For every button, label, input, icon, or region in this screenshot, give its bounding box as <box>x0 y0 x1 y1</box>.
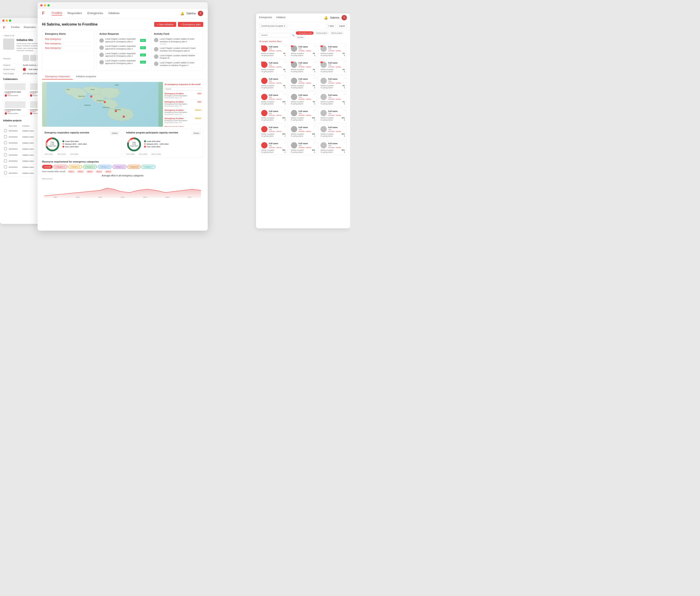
programs-filter[interactable]: Global <box>192 132 201 135</box>
main-tl-maximize[interactable] <box>47 4 50 6</box>
person-name-0: Full name <box>269 46 282 48</box>
main-bell-icon[interactable]: 🔔 <box>180 11 184 15</box>
alert-2[interactable]: New emergency <box>45 42 91 46</box>
skill-4: Skill 4 <box>95 170 103 173</box>
tl-close[interactable] <box>2 20 4 22</box>
row-checkbox-6[interactable] <box>4 166 7 168</box>
person-title-15: Title <box>269 128 282 130</box>
chip-cat6[interactable]: Category6 <box>127 165 141 169</box>
chip-cat5[interactable]: Category 5 <box>112 165 126 169</box>
tab-initiative-programs[interactable]: Initiative programs <box>73 74 99 79</box>
main-tl-close[interactable] <box>40 4 43 6</box>
person-more-3[interactable]: ··· <box>284 61 286 64</box>
main-user-avatar[interactable]: S <box>198 11 203 16</box>
right-nav-initiatives[interactable]: Initiatives <box>276 16 286 19</box>
left-nav-responders[interactable]: Responders <box>24 26 36 29</box>
right-import-button[interactable]: Import <box>337 24 347 28</box>
person-more-1[interactable]: ··· <box>314 45 315 47</box>
projects-val-14: 1 <box>344 119 345 121</box>
person-title-10: Title <box>299 96 311 98</box>
tab-emergency-responses[interactable]: Emergency responses <box>42 74 73 79</box>
rfc-create-project[interactable]: Create project <box>314 31 329 35</box>
legend-under80-label: Under 80% effort <box>65 140 79 142</box>
chip-cat1[interactable]: Category 1 <box>53 165 67 169</box>
row-checkbox-5[interactable] <box>4 159 7 162</box>
tl-maximize[interactable] <box>9 20 11 22</box>
right-bell-icon[interactable]: 🔔 <box>324 16 328 20</box>
person-more-4[interactable]: ··· <box>314 61 315 64</box>
alert-1[interactable]: New emergency <box>45 37 91 42</box>
chip-overall[interactable]: Overall <box>42 165 53 169</box>
person-stats-12: Weekly occupation 20% <box>261 117 286 119</box>
rfc-add-project[interactable]: Add to project <box>330 31 344 35</box>
map-svg <box>42 82 163 127</box>
row-checkbox-1[interactable] <box>4 135 7 138</box>
person-more-11[interactable]: ··· <box>343 93 345 96</box>
chip-cat3[interactable]: Category 3 <box>83 165 97 169</box>
sort-dropdown[interactable]: Sorted by least occupied ▾ <box>259 24 287 28</box>
person-more-16[interactable]: ··· <box>314 126 315 128</box>
left-nav-frontline[interactable]: Frontline <box>11 26 20 29</box>
occupation-val-16: 20% <box>312 133 315 135</box>
programs-chart-title: Initiative program participants capacity… <box>126 131 178 134</box>
rfc-archive[interactable]: Archive <box>296 35 305 39</box>
alert-3[interactable]: New emergency <box>45 46 91 50</box>
chip-cat2[interactable]: Category 2 <box>68 165 82 169</box>
person-more-20[interactable]: ··· <box>343 142 345 144</box>
chip-cat7[interactable]: Category 7 <box>141 165 155 169</box>
rfc-emergency-plan[interactable]: + Emergency plan <box>296 31 313 35</box>
row-checkbox-2[interactable] <box>4 141 7 144</box>
tl-minimize[interactable] <box>6 20 8 22</box>
responders-filter[interactable]: Global <box>110 132 119 135</box>
main-nav-initiatives[interactable]: Initiatives <box>108 11 120 15</box>
person-more-18[interactable]: ··· <box>284 142 286 144</box>
person-header-4: Full name Title Australia - Sydney <box>291 61 315 68</box>
person-more-7[interactable]: ··· <box>314 77 315 80</box>
person-more-9[interactable]: ··· <box>284 93 286 96</box>
person-more-8[interactable]: ··· <box>343 77 345 80</box>
main-nav-responders[interactable]: Responders <box>68 11 82 15</box>
action-req-3: Local Chapter Location requested approva… <box>99 51 146 59</box>
person-flag-2 <box>320 46 323 47</box>
right-user-avatar[interactable]: S <box>341 15 347 20</box>
person-more-6[interactable]: ··· <box>284 77 286 80</box>
person-stats-10: Weekly occupation 0% <box>291 101 315 102</box>
main-nav-emergencies[interactable]: Emergencies <box>87 11 103 15</box>
row-checkbox-4[interactable] <box>4 153 7 156</box>
new-initiative-button[interactable]: + New initiative <box>154 22 176 27</box>
responders-pct-labels: 20% (240) 10% (120) 70% (840) <box>45 153 119 155</box>
person-more-10[interactable]: ··· <box>314 93 315 96</box>
main-nav-frontline[interactable]: Frontline <box>52 11 62 16</box>
person-title-14: Title <box>328 113 341 115</box>
person-more-17[interactable]: ··· <box>343 126 345 128</box>
y-axis-label: Effort (hours) <box>42 178 203 180</box>
right-new-button[interactable]: + New <box>326 24 336 28</box>
person-more-14[interactable]: ··· <box>343 109 345 112</box>
main-tl-minimize[interactable] <box>44 4 46 6</box>
chip-cat4[interactable]: Category 4 <box>98 165 112 169</box>
emergency-plan-button[interactable]: + Emergency plan <box>178 22 203 27</box>
person-projects-row-9: On-going projects 1 <box>261 103 286 104</box>
person-location-20: Australia - Sydney <box>328 147 341 148</box>
row-checkbox-3[interactable] <box>4 147 7 150</box>
right-nav-emergencies[interactable]: Emergencies <box>259 16 272 19</box>
person-more-13[interactable]: ··· <box>314 109 315 112</box>
row-checkbox-7[interactable] <box>4 172 7 174</box>
person-more-2[interactable]: ··· <box>343 45 345 47</box>
right-search-input[interactable] <box>259 33 290 38</box>
svg-text:Cat 4: Cat 4 <box>121 196 125 198</box>
person-more-12[interactable]: ··· <box>284 109 286 112</box>
map-badge-1: High <box>197 93 202 95</box>
map-search-input[interactable] <box>164 87 202 91</box>
person-more-5[interactable]: ··· <box>343 61 345 64</box>
occupation-val-14: 20% <box>342 117 345 119</box>
person-card: ··· Full name Title Australia - Sydney W… <box>289 108 317 123</box>
projects-val-0: 1 <box>285 55 286 56</box>
legend-between: Between 80% - 130% effort <box>62 143 87 145</box>
person-more-19[interactable]: ··· <box>314 142 315 144</box>
person-more-15[interactable]: ··· <box>284 126 286 128</box>
prog-legend-over130-label: Over 130% effort <box>147 146 160 148</box>
person-name-8: Full name <box>328 78 341 80</box>
row-checkbox-0[interactable] <box>4 129 7 132</box>
person-more-0[interactable]: ··· <box>284 45 286 47</box>
